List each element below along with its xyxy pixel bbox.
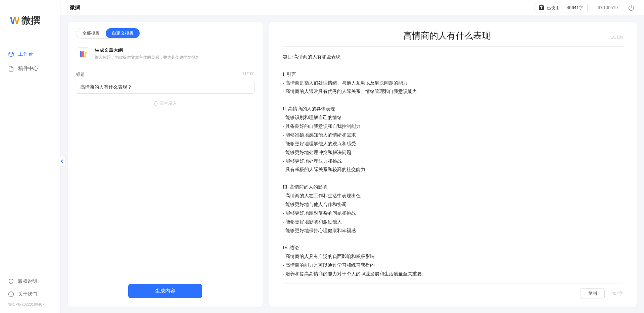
usage-value: 45641字	[567, 5, 583, 11]
sidebar-bottom: 版权说明 关于我们 鄂ICP备2022016946号	[0, 275, 60, 313]
workspace: 全部模板 自定义模板 生成文章大纲 输入标题，为你提供文章主体的灵感，并为其创建…	[60, 16, 644, 313]
topbar: 微撰 T 已使用： 45641字 ID:100519	[60, 0, 644, 16]
result-footer: 复制 404字	[283, 283, 623, 299]
field-count: 11/100	[242, 71, 255, 77]
sidebar-item-label: 稿件中心	[18, 65, 38, 72]
trash-icon	[153, 101, 158, 106]
sidebar-item-workbench[interactable]: 工作台	[0, 47, 60, 61]
tab-custom-templates[interactable]: 自定义模板	[106, 28, 140, 38]
copy-button[interactable]: 复制	[581, 288, 605, 299]
panel-right: 高情商的人有什么表现 10/100 题目:高情商的人有哪些表现 I. 引言 - …	[269, 22, 637, 307]
result-body[interactable]: 题目:高情商的人有哪些表现 I. 引言 - 高情商是指人们处理情绪、与他人互动以…	[283, 53, 623, 278]
user-id: ID:100519	[598, 5, 618, 10]
books-icon	[76, 47, 90, 61]
svg-rect-1	[80, 51, 82, 57]
icp-text: 鄂ICP备2022016946号	[0, 301, 60, 308]
chevron-left-icon	[60, 159, 63, 164]
template-subtitle: 输入标题，为你提供文章主体的灵感，并为其创建推文提纲	[95, 55, 199, 60]
usage-label: 已使用：	[547, 5, 564, 11]
info-icon	[8, 291, 14, 297]
sidebar-item-about[interactable]: 关于我们	[0, 288, 60, 301]
sidebar-nav: 工作台 稿件中心	[0, 34, 60, 275]
cube-icon	[8, 51, 14, 57]
sidebar-item-drafts[interactable]: 稿件中心	[0, 61, 60, 76]
title-input[interactable]	[76, 81, 255, 94]
clear-button[interactable]: 清空录入	[76, 100, 255, 106]
sidebar: W 微撰 工作台 稿件中心 版权说明 关于我们	[0, 0, 60, 313]
template-tabs: 全部模板 自定义模板	[76, 28, 140, 39]
logo-text: 微撰	[21, 14, 40, 27]
result-title: 高情商的人有什么表现	[283, 30, 611, 42]
generate-button[interactable]: 生成内容	[128, 284, 202, 298]
svg-rect-2	[82, 51, 84, 57]
sidebar-collapse-handle[interactable]	[59, 156, 65, 166]
panel-left-footer: 生成内容	[76, 284, 255, 301]
template-card: 生成文章大纲 输入标题，为你提供文章主体的灵感，并为其创建推文提纲	[76, 47, 255, 61]
shield-icon	[8, 278, 14, 284]
topbar-right: T 已使用： 45641字 ID:100519	[535, 3, 635, 12]
logo: W 微撰	[0, 0, 60, 34]
char-count: 404字	[611, 291, 623, 297]
template-title: 生成文章大纲	[95, 47, 199, 53]
sidebar-item-label: 工作台	[18, 51, 33, 57]
power-icon[interactable]	[628, 4, 635, 11]
sidebar-item-label: 版权说明	[18, 278, 37, 284]
logo-icon: W	[10, 15, 19, 26]
usage-badge[interactable]: T 已使用： 45641字	[535, 3, 588, 12]
page-title: 微撰	[70, 4, 80, 11]
panel-left: 全部模板 自定义模板 生成文章大纲 输入标题，为你提供文章主体的灵感，并为其创建…	[68, 22, 263, 307]
clear-label: 清空录入	[159, 100, 177, 106]
svg-rect-3	[84, 52, 87, 58]
result-title-count: 10/100	[611, 35, 623, 40]
sidebar-item-copyright[interactable]: 版权说明	[0, 275, 60, 288]
title-field: 标题 11/100	[76, 71, 255, 94]
document-icon	[8, 66, 14, 72]
main: 微撰 T 已使用： 45641字 ID:100519 全部模板 自定义模板	[60, 0, 644, 313]
t-icon: T	[539, 5, 544, 10]
template-info: 生成文章大纲 输入标题，为你提供文章主体的灵感，并为其创建推文提纲	[95, 47, 199, 60]
result-title-row: 高情商的人有什么表现 10/100	[283, 30, 623, 47]
field-label: 标题	[76, 71, 85, 77]
tab-all-templates[interactable]: 全部模板	[76, 28, 106, 38]
sidebar-item-label: 关于我们	[18, 291, 37, 297]
